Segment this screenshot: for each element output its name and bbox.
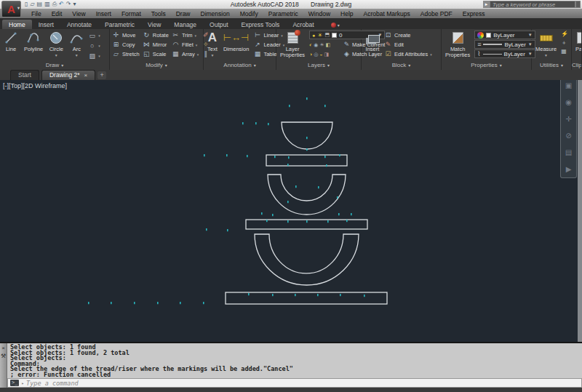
- point-marker[interactable]: [242, 122, 244, 124]
- menu-dimension[interactable]: Dimension: [196, 10, 235, 17]
- point-marker[interactable]: [351, 213, 352, 215]
- array-button[interactable]: ▦Array▾: [172, 49, 199, 59]
- match-properties-button[interactable]: Match Properties: [444, 31, 471, 61]
- scale-button[interactable]: ◱Scale: [143, 49, 169, 59]
- point-marker[interactable]: [88, 302, 89, 304]
- cad-geometry[interactable]: [268, 175, 346, 215]
- text-button[interactable]: A Text ▼: [206, 31, 219, 61]
- menu-help[interactable]: Help: [335, 10, 358, 17]
- save-icon[interactable]: ▤: [37, 1, 43, 8]
- fillet-button[interactable]: ◠Fillet▾: [172, 40, 199, 49]
- copy-button[interactable]: ⊞Copy: [112, 40, 140, 49]
- object-color-dropdown[interactable]: ByLayer ▼: [474, 31, 535, 39]
- panel-label-properties[interactable]: Properties▾: [442, 61, 531, 70]
- point-marker[interactable]: [255, 122, 257, 124]
- point-marker[interactable]: [272, 214, 274, 216]
- search-input[interactable]: [490, 1, 575, 8]
- close-icon[interactable]: ×: [1, 345, 5, 351]
- cad-geometry[interactable]: [266, 155, 347, 166]
- lineweight-dropdown[interactable]: ≡ ByLayer ▼: [474, 40, 535, 49]
- pan-icon[interactable]: ✛: [565, 115, 571, 123]
- point-marker[interactable]: [306, 148, 308, 151]
- cad-geometry[interactable]: [255, 234, 359, 285]
- point-marker[interactable]: [248, 293, 250, 295]
- trim-button[interactable]: ✂Trim▾: [172, 31, 199, 40]
- edit-attributes-button[interactable]: ☑Edit Attributes▾: [384, 49, 432, 59]
- recent-commands-icon[interactable]: ▸: [21, 380, 24, 385]
- cad-geometry[interactable]: [282, 122, 332, 149]
- ribbon-tab-view[interactable]: View: [141, 20, 167, 29]
- menu-parametric[interactable]: Parametric: [263, 10, 303, 17]
- point-marker[interactable]: [180, 302, 181, 304]
- ribbon-tab-output[interactable]: Output: [203, 20, 235, 29]
- panel-label-utilities[interactable]: Utilities▾: [532, 61, 571, 70]
- ribbon-tab-insert[interactable]: Insert: [32, 20, 60, 29]
- panel-label-block[interactable]: Block▾: [362, 61, 441, 70]
- capture-icon[interactable]: ▾: [331, 23, 340, 29]
- command-input[interactable]: Type a command: [26, 380, 79, 387]
- dimension-button[interactable]: ⊢↔⊣ Dimension: [222, 31, 251, 61]
- menu-edit[interactable]: Edit: [47, 10, 68, 17]
- point-marker[interactable]: [295, 185, 297, 188]
- point-marker[interactable]: [274, 156, 276, 158]
- point-marker[interactable]: [288, 156, 290, 159]
- point-marker[interactable]: [203, 302, 204, 304]
- point-marker[interactable]: [324, 105, 326, 107]
- measure-button[interactable]: Measure ▼: [534, 31, 558, 61]
- point-marker[interactable]: [206, 228, 207, 231]
- id-point-icon[interactable]: ＋: [561, 39, 568, 47]
- point-marker[interactable]: [317, 294, 319, 296]
- rotate-button[interactable]: ↻Rotate: [143, 31, 169, 40]
- point-marker[interactable]: [306, 220, 308, 223]
- customize-icon[interactable]: ▾: [73, 1, 76, 8]
- panel-label-clipboard[interactable]: Clipboard: [572, 61, 581, 70]
- command-history[interactable]: Select objects: 1 foundSelect objects: 1…: [7, 343, 582, 378]
- point-marker[interactable]: [346, 220, 348, 222]
- point-marker[interactable]: [339, 154, 340, 156]
- point-marker[interactable]: [261, 212, 263, 215]
- arc-button[interactable]: Arc ▼: [68, 31, 85, 61]
- tab-drawing-2[interactable]: Drawing 2* ×: [41, 70, 95, 80]
- stretch-button[interactable]: ▱Stretch: [112, 49, 140, 59]
- save-as-icon[interactable]: ▥: [44, 1, 50, 8]
- ribbon-tab-express-tools[interactable]: Express Tools: [235, 20, 287, 29]
- point-marker[interactable]: [227, 229, 228, 231]
- hatch-button[interactable]: ▨▾: [88, 52, 100, 61]
- point-marker[interactable]: [327, 220, 329, 223]
- undo-icon[interactable]: ↶: [59, 1, 64, 8]
- view-controls-icon[interactable]: ▣: [565, 81, 572, 89]
- search-arrow-icon[interactable]: ▸: [483, 1, 490, 8]
- ribbon-tab-home[interactable]: Home: [2, 20, 32, 29]
- tab-start[interactable]: Start: [10, 70, 39, 80]
- navigation-wheel-icon[interactable]: ◉: [565, 98, 572, 106]
- menu-adobe-pdf[interactable]: Adobe PDF: [415, 10, 458, 17]
- layer-properties-button[interactable]: Layer Properties: [279, 31, 306, 61]
- point-marker[interactable]: [289, 105, 290, 107]
- zoom-icon[interactable]: ⊘: [565, 132, 571, 140]
- customize-icon[interactable]: ⚒: [1, 353, 6, 359]
- menu-view[interactable]: View: [67, 10, 90, 17]
- insert-block-button[interactable]: Insert ▼: [364, 31, 381, 61]
- cad-geometry[interactable]: [226, 292, 387, 304]
- point-marker[interactable]: [287, 164, 289, 166]
- menu-tools[interactable]: Tools: [146, 10, 171, 17]
- menu-insert[interactable]: Insert: [91, 10, 116, 17]
- point-marker[interactable]: [306, 137, 308, 139]
- menu-file[interactable]: File: [26, 10, 47, 17]
- point-marker[interactable]: [111, 302, 112, 304]
- point-marker[interactable]: [287, 220, 289, 223]
- paste-button[interactable]: Paste: [574, 31, 582, 61]
- command-input-row[interactable]: >_ ▸ Type a command: [7, 378, 582, 388]
- point-marker[interactable]: [204, 154, 205, 156]
- mirror-button[interactable]: ⋈Mirror: [143, 40, 169, 49]
- point-marker[interactable]: [287, 201, 289, 203]
- point-marker[interactable]: [364, 295, 365, 297]
- point-marker[interactable]: [326, 164, 327, 167]
- search-icon[interactable]: [575, 1, 581, 8]
- panel-label-layers[interactable]: Layers▾: [276, 61, 361, 70]
- point-marker[interactable]: [272, 294, 274, 296]
- menu-format[interactable]: Format: [116, 10, 146, 17]
- open-file-icon[interactable]: ▱: [30, 1, 34, 8]
- viewport-controls[interactable]: [-][Top][2D Wireframe]: [3, 82, 67, 89]
- point-marker[interactable]: [324, 156, 326, 158]
